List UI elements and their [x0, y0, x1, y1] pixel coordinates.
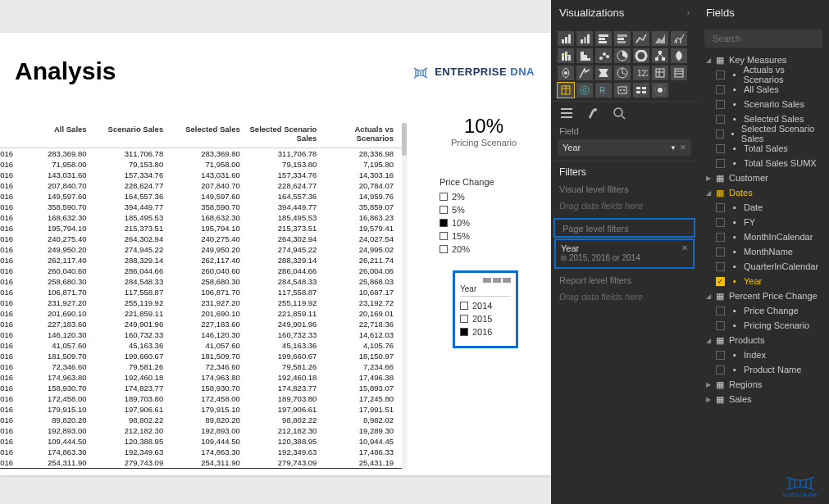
field-item[interactable]: ▪Total Sales SUMX [701, 156, 826, 170]
table-row[interactable]: 016179,915.10197,906.61179,915.10197,906… [0, 404, 402, 415]
viz-type-icon[interactable]: 123 [633, 66, 649, 80]
visual-filter-dropzone[interactable]: Drag data fields here [551, 198, 698, 217]
viz-type-icon[interactable] [595, 31, 612, 46]
table-row[interactable]: 016207,840.70228,624.77207,840.70228,624… [0, 180, 402, 191]
table-row[interactable]: 016262,117.40288,329.14262,117.40288,329… [0, 255, 402, 266]
field-table[interactable]: ▶▦Sales [701, 392, 826, 406]
field-well-year[interactable]: Year▼✕ [558, 139, 691, 156]
table-row[interactable]: 016172,458.00189,703.80172,458.00189,703… [0, 393, 402, 404]
table-row[interactable]: 01672,346.6079,581.2672,346.6079,581.267… [0, 361, 402, 372]
viz-type-icon[interactable] [633, 48, 649, 63]
viz-type-icon[interactable] [558, 66, 574, 80]
price-option[interactable]: 20% [440, 243, 530, 256]
table-row[interactable]: 016260,040.60286,044.66260,040.60286,044… [0, 266, 402, 276]
field-item[interactable]: ▪Date [701, 200, 826, 215]
viz-type-icon[interactable] [671, 48, 687, 63]
viz-type-icon[interactable] [558, 48, 574, 63]
viz-type-icon[interactable] [558, 83, 574, 98]
field-item[interactable]: ▪Selected Scenario Sales [701, 126, 826, 141]
fields-tab-icon[interactable] [559, 107, 574, 120]
viz-type-icon[interactable] [652, 31, 668, 46]
field-item[interactable]: ▪FY [701, 215, 826, 229]
table-row[interactable]: 01689,820.2098,802.2289,820.2098,802.228… [0, 415, 402, 425]
table-row[interactable]: 016258,680.30284,548.33258,680.30284,548… [0, 276, 402, 287]
table-scrollbar[interactable] [402, 123, 407, 470]
report-filter-dropzone[interactable]: Drag data fields here [551, 288, 698, 308]
table-row[interactable]: 016240,275.40264,302.94240,275.40264,302… [0, 234, 402, 244]
field-item[interactable]: ▪Pricing Scenario [701, 318, 826, 333]
viz-type-icon[interactable] [652, 66, 668, 80]
viz-type-icon[interactable] [671, 66, 687, 80]
viz-type-icon[interactable] [652, 83, 668, 98]
viz-type-icon[interactable] [576, 31, 593, 46]
table-row[interactable]: 016231,927.20255,119.92231,927.20255,119… [0, 297, 402, 308]
table-row[interactable]: 016168,632.30185,495.53168,632.30185,495… [0, 212, 402, 223]
price-option[interactable]: 2% [440, 190, 530, 203]
viz-type-icon[interactable] [614, 48, 631, 63]
table-row[interactable]: 016283,369.80311,706.78283,369.80311,706… [0, 148, 402, 159]
field-item[interactable]: ▪Actuals vs Scenarios [701, 67, 826, 82]
clear-filter-icon[interactable]: ✕ [681, 243, 688, 252]
field-item[interactable]: ▪Product Name [701, 362, 826, 377]
table-row[interactable]: 016146,120.30160,732.33146,120.30160,732… [0, 329, 402, 340]
viz-type-icon[interactable]: R [595, 83, 612, 98]
year-option[interactable]: 2015 [460, 312, 511, 325]
field-table[interactable]: ▶▦Customer [701, 170, 826, 185]
table-row[interactable]: 016249,950.20274,945.22249,950.20274,945… [0, 244, 402, 255]
table-row[interactable]: 016358,590.70394,449.77358,590.70394,449… [0, 202, 402, 212]
viz-type-icon[interactable] [614, 31, 631, 46]
viz-type-icon[interactable] [671, 31, 687, 46]
viz-type-icon[interactable] [633, 31, 649, 46]
field-item[interactable]: ▪MonthInCalendar [701, 229, 826, 244]
table-row[interactable]: 016106,871.70117,558.87106,871.70117,558… [0, 287, 402, 297]
table-row[interactable]: 016201,690.10221,859.11201,690.10221,859… [0, 308, 402, 319]
table-row[interactable]: 016254,311.90279,743.09254,311.90279,743… [0, 457, 402, 468]
viz-type-icon[interactable] [595, 66, 612, 80]
field-table[interactable]: ◢▦Percent Price Change [701, 288, 826, 303]
search-input[interactable] [713, 34, 826, 43]
field-item[interactable]: ▪Index [701, 347, 826, 362]
viz-type-icon[interactable] [558, 31, 574, 46]
field-table[interactable]: ◢▦Dates [701, 185, 826, 200]
field-item[interactable]: ▪Scenario Sales [701, 97, 826, 111]
format-tabs[interactable] [551, 101, 698, 123]
field-table[interactable]: ◢▦Products [701, 333, 826, 347]
table-row[interactable]: 016227,183.60249,901.96227,183.60249,901… [0, 319, 402, 329]
fields-tree[interactable]: ◢▦Key Measures▪Actuals vs Scenarios▪All … [698, 52, 829, 415]
price-option[interactable]: 15% [440, 229, 530, 243]
field-item[interactable]: ▪Price Change [701, 303, 826, 318]
format-tab-icon[interactable] [585, 107, 600, 120]
remove-field-icon[interactable]: ✕ [680, 143, 686, 152]
viz-type-icon[interactable] [614, 66, 631, 80]
visualizations-title[interactable]: Visualizations› [551, 0, 698, 26]
year-option[interactable]: 2014 [460, 299, 511, 312]
table-row[interactable]: 016158,930.70174,823.77158,930.70174,823… [0, 383, 402, 393]
price-option[interactable]: 10% [440, 216, 530, 229]
table-row[interactable]: 016109,444.50120,388.95109,444.50120,388… [0, 436, 402, 447]
table-row[interactable]: 016195,794.10215,373.51195,794.10215,373… [0, 223, 402, 234]
year-option[interactable]: 2016 [460, 325, 511, 338]
table-row[interactable]: 01641,057.6045,163.3641,057.6045,163.364… [0, 340, 402, 351]
field-item[interactable]: ▪QuarterInCalendar [701, 259, 826, 274]
viz-type-icon[interactable] [614, 83, 631, 98]
table-row[interactable]: 016174,963.80192,460.18174,963.80192,460… [0, 372, 402, 383]
year-slicer[interactable]: Year 201420152016 [453, 270, 518, 348]
price-change-slicer[interactable]: Price Change 2%5%10%15%20% [440, 177, 530, 256]
viz-type-icon[interactable] [595, 48, 612, 63]
data-table[interactable]: All SalesScenario SalesSelected SalesSel… [0, 121, 402, 472]
table-row[interactable]: 01671,958.0079,153.8071,958.0079,153.807… [0, 159, 402, 170]
fields-search[interactable] [704, 30, 822, 48]
table-row[interactable]: 016143,031.60157,334.76143,031.60157,334… [0, 170, 402, 180]
field-item[interactable]: ▪MonthName [701, 244, 826, 259]
table-row[interactable]: 016181,509.70199,660.67181,509.70199,660… [0, 351, 402, 361]
pricing-scenario-card[interactable]: 10% Pricing Scenario [435, 115, 533, 148]
viz-type-icon[interactable] [576, 66, 593, 80]
page-filter-year[interactable]: Year is 2015, 2016 or 2014 ✕ [556, 240, 693, 267]
price-option[interactable]: 5% [440, 203, 530, 216]
viz-type-icon[interactable] [576, 83, 593, 98]
field-item[interactable]: ✓▪Year [701, 274, 826, 288]
viz-gallery[interactable]: 123R [551, 26, 698, 101]
viz-type-icon[interactable] [633, 83, 649, 98]
viz-type-icon[interactable] [576, 48, 593, 63]
fields-title[interactable]: Fields [698, 0, 829, 26]
